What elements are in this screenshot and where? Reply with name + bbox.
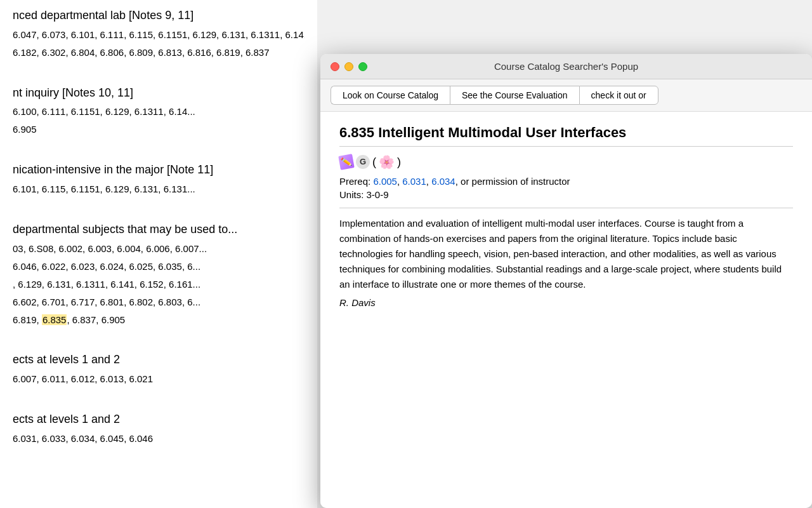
paren-close: ) [397, 156, 401, 169]
bg-line-15: ects at levels 1 and 2 [13, 351, 304, 369]
prereq-suffix: , or permission of instructor [455, 176, 570, 187]
bg-line-5: 6.100, 6.111, 6.1151, 6.129, 6.1311, 6.1… [13, 104, 304, 119]
prereq-link-1[interactable]: 6.005 [373, 176, 397, 187]
bg-line-6: 6.905 [13, 122, 304, 137]
bg-line-3: 6.182, 6.302, 6.804, 6.806, 6.809, 6.813… [13, 45, 304, 60]
toolbar: Look on Course Catalog See the Course Ev… [320, 79, 812, 112]
course-units: Units: 3-0-9 [339, 189, 793, 208]
bg-line-8: 6.101, 6.115, 6.1151, 6.129, 6.131, 6.13… [13, 182, 304, 197]
bg-spacer-2 [13, 140, 304, 158]
checkout-button[interactable]: check it out or [579, 86, 658, 105]
course-description: Implementation and evaluation of intelli… [339, 216, 793, 292]
bg-line-10: 03, 6.S08, 6.002, 6.003, 6.004, 6.006, 6… [13, 241, 304, 257]
bg-spacer-1 [13, 63, 304, 81]
popup-title: Course Catalog Searcher's Popup [494, 61, 638, 72]
g-icon: G [356, 155, 370, 169]
prereq-link-2[interactable]: 6.031 [402, 176, 426, 187]
bg-line-7: nication-intensive in the major [Note 11… [13, 161, 304, 179]
minimize-button[interactable] [344, 62, 353, 71]
bg-line-17: ects at levels 1 and 2 [13, 410, 304, 429]
pencil-icon: ✏️ [338, 154, 354, 170]
bg-line-14: 6.819, 6.835, 6.837, 6.905 [13, 312, 304, 328]
course-icons: ✏️ G ( 🌸 ) [339, 154, 793, 170]
bg-line-16: 6.007, 6.011, 6.012, 6.013, 6.021 [13, 371, 304, 387]
course-catalog-popup: Course Catalog Searcher's Popup Look on … [320, 54, 812, 508]
bg-line-18: 6.031, 6.033, 6.034, 6.045, 6.046 [13, 431, 304, 446]
prereq-link-3[interactable]: 6.034 [431, 176, 455, 187]
background-document: nced departmental lab [Notes 9, 11] 6.04… [0, 0, 317, 508]
paren-open: ( [372, 156, 376, 169]
bg-line-1: nced departmental lab [Notes 9, 11] [13, 6, 304, 25]
evaluation-button[interactable]: See the Course Evaluation [450, 86, 579, 105]
prereq-label: Prereq: [339, 176, 370, 187]
course-content: 6.835 Intelligent Multimodal User Interf… [320, 112, 812, 508]
course-prereq: Prereq: 6.005, 6.031, 6.034, or permissi… [339, 176, 793, 187]
bg-line-11: 6.046, 6.022, 6.023, 6.024, 6.025, 6.035… [13, 259, 304, 274]
title-bar: Course Catalog Searcher's Popup [320, 54, 812, 79]
bg-line-2: 6.047, 6.073, 6.101, 6.111, 6.115, 6.115… [13, 27, 304, 43]
bg-spacer-4 [13, 330, 304, 349]
catalog-button[interactable]: Look on Course Catalog [331, 86, 450, 105]
course-instructor: R. Davis [339, 297, 793, 308]
bg-line-4: nt inquiry [Notes 10, 11] [13, 84, 304, 102]
bg-spacer-5 [13, 389, 304, 408]
bg-line-9: departmental subjects that may be used t… [13, 220, 304, 239]
maximize-button[interactable] [358, 62, 367, 71]
course-title: 6.835 Intelligent Multimodal User Interf… [339, 124, 793, 147]
bg-spacer-3 [13, 199, 304, 218]
flower-icon: 🌸 [379, 154, 395, 170]
bg-line-12: , 6.129, 6.131, 6.1311, 6.141, 6.152, 6.… [13, 277, 304, 292]
window-controls [331, 62, 367, 71]
close-button[interactable] [331, 62, 339, 71]
bg-line-13: 6.602, 6.701, 6.717, 6.801, 6.802, 6.803… [13, 295, 304, 310]
